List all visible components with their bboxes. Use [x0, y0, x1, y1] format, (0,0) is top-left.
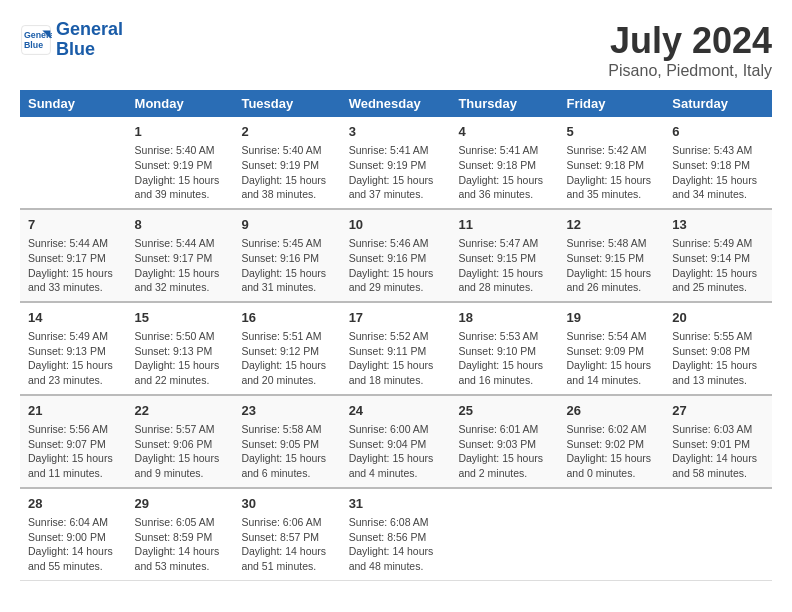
- calendar-cell: 6Sunrise: 5:43 AM Sunset: 9:18 PM Daylig…: [664, 117, 772, 209]
- page-header: General Blue General Blue July 2024 Pisa…: [20, 20, 772, 80]
- svg-text:Blue: Blue: [24, 40, 43, 50]
- day-number: 7: [28, 216, 119, 234]
- title-block: July 2024 Pisano, Piedmont, Italy: [608, 20, 772, 80]
- day-number: 2: [241, 123, 332, 141]
- week-row-3: 14Sunrise: 5:49 AM Sunset: 9:13 PM Dayli…: [20, 302, 772, 395]
- day-number: 4: [458, 123, 550, 141]
- week-row-5: 28Sunrise: 6:04 AM Sunset: 9:00 PM Dayli…: [20, 488, 772, 580]
- calendar-cell: [558, 488, 664, 580]
- day-info: Sunrise: 6:02 AM Sunset: 9:02 PM Dayligh…: [566, 422, 656, 481]
- day-number: 18: [458, 309, 550, 327]
- day-info: Sunrise: 6:06 AM Sunset: 8:57 PM Dayligh…: [241, 515, 332, 574]
- day-number: 1: [135, 123, 226, 141]
- day-number: 29: [135, 495, 226, 513]
- calendar-cell: 17Sunrise: 5:52 AM Sunset: 9:11 PM Dayli…: [341, 302, 451, 395]
- day-info: Sunrise: 5:45 AM Sunset: 9:16 PM Dayligh…: [241, 236, 332, 295]
- calendar-cell: 8Sunrise: 5:44 AM Sunset: 9:17 PM Daylig…: [127, 209, 234, 302]
- calendar-cell: 26Sunrise: 6:02 AM Sunset: 9:02 PM Dayli…: [558, 395, 664, 488]
- day-info: Sunrise: 5:48 AM Sunset: 9:15 PM Dayligh…: [566, 236, 656, 295]
- calendar-cell: 29Sunrise: 6:05 AM Sunset: 8:59 PM Dayli…: [127, 488, 234, 580]
- day-number: 6: [672, 123, 764, 141]
- day-info: Sunrise: 5:49 AM Sunset: 9:14 PM Dayligh…: [672, 236, 764, 295]
- day-number: 23: [241, 402, 332, 420]
- day-info: Sunrise: 5:56 AM Sunset: 9:07 PM Dayligh…: [28, 422, 119, 481]
- calendar-table: SundayMondayTuesdayWednesdayThursdayFrid…: [20, 90, 772, 581]
- day-number: 28: [28, 495, 119, 513]
- day-info: Sunrise: 5:44 AM Sunset: 9:17 PM Dayligh…: [135, 236, 226, 295]
- day-info: Sunrise: 5:40 AM Sunset: 9:19 PM Dayligh…: [241, 143, 332, 202]
- day-info: Sunrise: 5:51 AM Sunset: 9:12 PM Dayligh…: [241, 329, 332, 388]
- day-number: 26: [566, 402, 656, 420]
- calendar-cell: 18Sunrise: 5:53 AM Sunset: 9:10 PM Dayli…: [450, 302, 558, 395]
- day-info: Sunrise: 5:40 AM Sunset: 9:19 PM Dayligh…: [135, 143, 226, 202]
- calendar-cell: [20, 117, 127, 209]
- col-header-tuesday: Tuesday: [233, 90, 340, 117]
- day-info: Sunrise: 5:53 AM Sunset: 9:10 PM Dayligh…: [458, 329, 550, 388]
- calendar-cell: 20Sunrise: 5:55 AM Sunset: 9:08 PM Dayli…: [664, 302, 772, 395]
- day-number: 21: [28, 402, 119, 420]
- col-header-sunday: Sunday: [20, 90, 127, 117]
- day-info: Sunrise: 6:03 AM Sunset: 9:01 PM Dayligh…: [672, 422, 764, 481]
- day-number: 12: [566, 216, 656, 234]
- calendar-cell: 16Sunrise: 5:51 AM Sunset: 9:12 PM Dayli…: [233, 302, 340, 395]
- day-number: 19: [566, 309, 656, 327]
- day-info: Sunrise: 6:05 AM Sunset: 8:59 PM Dayligh…: [135, 515, 226, 574]
- day-number: 16: [241, 309, 332, 327]
- day-info: Sunrise: 6:08 AM Sunset: 8:56 PM Dayligh…: [349, 515, 443, 574]
- day-info: Sunrise: 5:49 AM Sunset: 9:13 PM Dayligh…: [28, 329, 119, 388]
- logo-icon: General Blue: [20, 24, 52, 56]
- calendar-cell: 27Sunrise: 6:03 AM Sunset: 9:01 PM Dayli…: [664, 395, 772, 488]
- calendar-cell: 1Sunrise: 5:40 AM Sunset: 9:19 PM Daylig…: [127, 117, 234, 209]
- calendar-cell: 4Sunrise: 5:41 AM Sunset: 9:18 PM Daylig…: [450, 117, 558, 209]
- day-number: 11: [458, 216, 550, 234]
- day-info: Sunrise: 5:41 AM Sunset: 9:19 PM Dayligh…: [349, 143, 443, 202]
- header-row: SundayMondayTuesdayWednesdayThursdayFrid…: [20, 90, 772, 117]
- day-info: Sunrise: 5:55 AM Sunset: 9:08 PM Dayligh…: [672, 329, 764, 388]
- week-row-4: 21Sunrise: 5:56 AM Sunset: 9:07 PM Dayli…: [20, 395, 772, 488]
- col-header-thursday: Thursday: [450, 90, 558, 117]
- calendar-cell: 11Sunrise: 5:47 AM Sunset: 9:15 PM Dayli…: [450, 209, 558, 302]
- day-number: 8: [135, 216, 226, 234]
- day-info: Sunrise: 5:47 AM Sunset: 9:15 PM Dayligh…: [458, 236, 550, 295]
- day-info: Sunrise: 6:04 AM Sunset: 9:00 PM Dayligh…: [28, 515, 119, 574]
- day-info: Sunrise: 6:00 AM Sunset: 9:04 PM Dayligh…: [349, 422, 443, 481]
- calendar-cell: 30Sunrise: 6:06 AM Sunset: 8:57 PM Dayli…: [233, 488, 340, 580]
- calendar-cell: 9Sunrise: 5:45 AM Sunset: 9:16 PM Daylig…: [233, 209, 340, 302]
- day-number: 3: [349, 123, 443, 141]
- calendar-cell: 23Sunrise: 5:58 AM Sunset: 9:05 PM Dayli…: [233, 395, 340, 488]
- day-info: Sunrise: 5:54 AM Sunset: 9:09 PM Dayligh…: [566, 329, 656, 388]
- calendar-cell: 5Sunrise: 5:42 AM Sunset: 9:18 PM Daylig…: [558, 117, 664, 209]
- day-number: 22: [135, 402, 226, 420]
- calendar-cell: 13Sunrise: 5:49 AM Sunset: 9:14 PM Dayli…: [664, 209, 772, 302]
- calendar-cell: 12Sunrise: 5:48 AM Sunset: 9:15 PM Dayli…: [558, 209, 664, 302]
- day-number: 15: [135, 309, 226, 327]
- day-info: Sunrise: 5:52 AM Sunset: 9:11 PM Dayligh…: [349, 329, 443, 388]
- location: Pisano, Piedmont, Italy: [608, 62, 772, 80]
- calendar-cell: 10Sunrise: 5:46 AM Sunset: 9:16 PM Dayli…: [341, 209, 451, 302]
- day-info: Sunrise: 5:42 AM Sunset: 9:18 PM Dayligh…: [566, 143, 656, 202]
- calendar-cell: 7Sunrise: 5:44 AM Sunset: 9:17 PM Daylig…: [20, 209, 127, 302]
- calendar-cell: 14Sunrise: 5:49 AM Sunset: 9:13 PM Dayli…: [20, 302, 127, 395]
- calendar-cell: 28Sunrise: 6:04 AM Sunset: 9:00 PM Dayli…: [20, 488, 127, 580]
- col-header-wednesday: Wednesday: [341, 90, 451, 117]
- day-info: Sunrise: 6:01 AM Sunset: 9:03 PM Dayligh…: [458, 422, 550, 481]
- day-number: 27: [672, 402, 764, 420]
- day-number: 10: [349, 216, 443, 234]
- week-row-1: 1Sunrise: 5:40 AM Sunset: 9:19 PM Daylig…: [20, 117, 772, 209]
- calendar-cell: 31Sunrise: 6:08 AM Sunset: 8:56 PM Dayli…: [341, 488, 451, 580]
- calendar-cell: 2Sunrise: 5:40 AM Sunset: 9:19 PM Daylig…: [233, 117, 340, 209]
- day-number: 25: [458, 402, 550, 420]
- day-number: 30: [241, 495, 332, 513]
- logo: General Blue General Blue: [20, 20, 123, 60]
- day-number: 24: [349, 402, 443, 420]
- day-info: Sunrise: 5:41 AM Sunset: 9:18 PM Dayligh…: [458, 143, 550, 202]
- day-info: Sunrise: 5:57 AM Sunset: 9:06 PM Dayligh…: [135, 422, 226, 481]
- day-number: 17: [349, 309, 443, 327]
- col-header-friday: Friday: [558, 90, 664, 117]
- col-header-monday: Monday: [127, 90, 234, 117]
- day-number: 5: [566, 123, 656, 141]
- day-info: Sunrise: 5:43 AM Sunset: 9:18 PM Dayligh…: [672, 143, 764, 202]
- calendar-cell: 22Sunrise: 5:57 AM Sunset: 9:06 PM Dayli…: [127, 395, 234, 488]
- calendar-cell: [450, 488, 558, 580]
- calendar-cell: 15Sunrise: 5:50 AM Sunset: 9:13 PM Dayli…: [127, 302, 234, 395]
